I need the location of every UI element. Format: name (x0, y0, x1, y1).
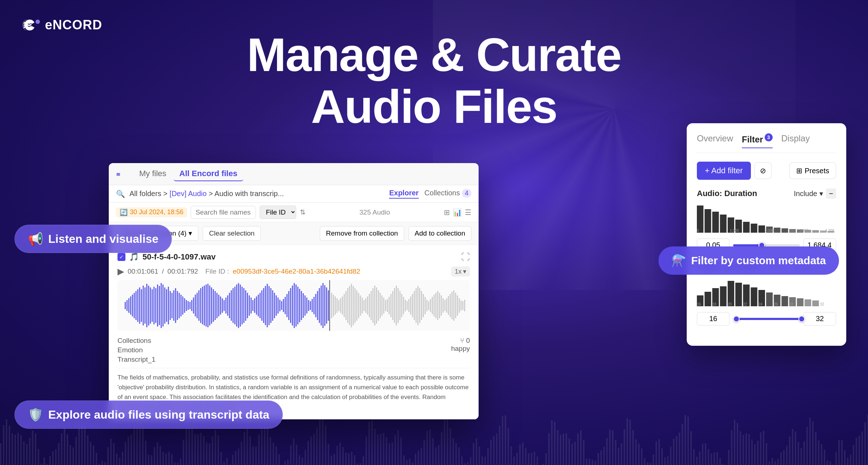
sort-select[interactable]: File ID (260, 205, 296, 219)
filter-clear-button[interactable]: ⊘ (755, 162, 772, 179)
svg-rect-57 (220, 296, 221, 315)
svg-rect-463 (641, 448, 642, 465)
speed-badge[interactable]: 1x ▾ (451, 266, 470, 277)
chevron-down-icon: ▾ (189, 229, 192, 237)
svg-rect-457 (624, 429, 625, 465)
svg-rect-17 (148, 286, 149, 325)
svg-rect-159 (403, 297, 404, 314)
svg-rect-33 (177, 291, 178, 320)
svg-rect-344 (296, 445, 297, 465)
duration-remove-button[interactable]: − (826, 188, 836, 199)
chart-icon[interactable]: 📊 (453, 208, 462, 217)
svg-rect-453 (612, 430, 613, 465)
duration-slider[interactable] (733, 244, 800, 246)
svg-rect-232 (812, 300, 819, 306)
add-filter-button[interactable]: + Add filter (697, 162, 751, 180)
bit-depth-min-input[interactable] (697, 312, 729, 325)
svg-rect-264 (64, 428, 65, 465)
svg-rect-394 (441, 432, 442, 465)
svg-text:16: 16 (697, 302, 701, 306)
svg-rect-47 (202, 287, 203, 324)
svg-rect-174 (430, 299, 431, 312)
tab-explorer[interactable]: Explorer (389, 189, 418, 199)
file-id-label: File ID : (205, 267, 229, 275)
tab-collections[interactable]: Collections 4 (425, 189, 471, 199)
svg-rect-285 (125, 442, 126, 465)
svg-rect-299 (165, 453, 167, 465)
svg-rect-169 (421, 291, 422, 320)
duration-include-dropdown[interactable]: Include ▾ (794, 189, 823, 198)
svg-rect-38 (186, 300, 187, 311)
svg-rect-166 (416, 288, 417, 323)
svg-rect-115 (324, 285, 325, 326)
expand-icon[interactable]: ⛶ (461, 252, 470, 262)
svg-rect-188 (455, 293, 456, 318)
bit-depth-slider[interactable] (733, 318, 800, 320)
search-input[interactable] (191, 206, 256, 219)
remove-from-collection-button[interactable]: Remove from collection (320, 226, 404, 241)
play-icon[interactable]: ▶ (117, 266, 124, 277)
svg-rect-92 (283, 299, 284, 312)
svg-rect-192 (462, 301, 463, 310)
explorer-logo-icon: ≋ (116, 170, 126, 178)
svg-rect-352 (319, 418, 321, 465)
svg-rect-9 (134, 293, 135, 318)
clear-selection-button[interactable]: Clear selection (203, 226, 261, 241)
svg-rect-456 (621, 443, 622, 465)
tab-all-encord-files[interactable]: All Encord files (174, 167, 243, 181)
svg-rect-446 (592, 460, 593, 465)
svg-rect-275 (96, 453, 97, 465)
tab-overview[interactable]: Overview (697, 133, 733, 148)
svg-rect-488 (714, 453, 715, 465)
svg-rect-145 (378, 290, 379, 321)
svg-rect-371 (374, 429, 376, 465)
tab-my-files[interactable]: My files (133, 167, 172, 181)
svg-rect-134 (358, 293, 359, 318)
explore-badge: 🛡️ Explore audio files using transcript … (15, 400, 283, 429)
svg-rect-366 (360, 463, 361, 465)
svg-rect-506 (766, 443, 767, 465)
presets-icon: ⊞ (796, 166, 802, 175)
svg-rect-305 (183, 440, 184, 465)
svg-rect-323 (235, 451, 236, 465)
list-icon[interactable]: ☰ (465, 208, 471, 217)
svg-rect-341 (287, 460, 289, 465)
svg-rect-450 (603, 447, 605, 465)
svg-rect-39 (187, 301, 189, 310)
svg-rect-400 (458, 447, 460, 465)
svg-rect-136 (361, 298, 363, 314)
file-id-value[interactable]: e00953df-3ce5-46e2-80a1-36b42641fd82 (233, 267, 360, 275)
svg-rect-461 (635, 439, 637, 465)
add-to-collection-button[interactable]: Add to collection (409, 226, 471, 241)
grid-icon[interactable]: ⊞ (444, 208, 450, 217)
svg-rect-124 (340, 298, 341, 313)
svg-rect-454 (615, 440, 616, 465)
tab-filter[interactable]: Filter3 (742, 133, 773, 148)
svg-rect-21 (155, 288, 156, 323)
svg-rect-380 (400, 437, 402, 465)
waveform-display (117, 280, 470, 331)
svg-rect-430 (545, 453, 547, 465)
svg-rect-346 (302, 457, 303, 465)
select-checkbox[interactable]: ✓ (117, 253, 125, 261)
svg-text:30: 30 (805, 302, 809, 306)
svg-rect-244 (6, 419, 7, 465)
bit-depth-slider-right-thumb[interactable] (798, 316, 805, 322)
bit-depth-max-input[interactable] (803, 312, 836, 325)
svg-rect-474 (673, 439, 674, 465)
filter-panel: Overview Filter3 Display + Add filter ⊘ … (687, 123, 846, 346)
svg-rect-356 (331, 456, 332, 465)
filter-icon: ⚗️ (671, 254, 686, 267)
svg-rect-110 (315, 294, 317, 317)
svg-rect-297 (160, 446, 161, 465)
listen-icon: 📢 (28, 232, 43, 246)
svg-rect-94 (286, 294, 288, 317)
svg-rect-466 (650, 463, 651, 465)
svg-rect-16 (146, 284, 147, 327)
svg-rect-343 (293, 439, 294, 465)
bit-depth-slider-left-thumb[interactable] (733, 316, 740, 322)
presets-button[interactable]: ⊞ Presets (789, 162, 836, 179)
svg-rect-160 (405, 300, 406, 311)
tab-display[interactable]: Display (781, 133, 810, 148)
svg-text:≋: ≋ (22, 18, 32, 32)
